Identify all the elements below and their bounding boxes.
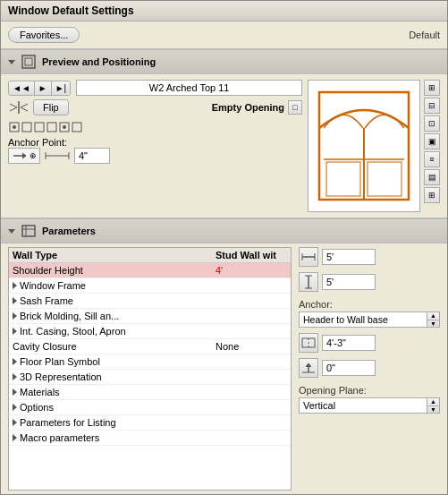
empty-opening-button[interactable]: □ [288,100,302,115]
svg-rect-8 [72,123,81,132]
anchor-pattern-icon [8,119,89,135]
tree-row-options[interactable]: Options [9,400,291,415]
materials-label: Materials [20,387,287,397]
flip-empty-row: Flip Empty Opening □ [8,99,302,115]
shoulder-height-label: Shoulder Height [13,265,216,276]
opening-plane-value[interactable]: Vertical [299,397,427,414]
nav-play-button[interactable]: ► [35,81,52,95]
anchor-spinner-up[interactable]: ▲ [427,312,439,320]
preview-image-group: ⊞ ⊟ ⊡ ▣ ≡ ▤ ⊞ [308,80,440,212]
options-expand-icon[interactable] [13,404,17,411]
anchor-dropdown-wrapper: Header to Wall base ▲ ▼ [299,312,440,328]
favorites-button[interactable]: Favorites... [8,27,80,43]
right-field1-group [299,247,440,267]
window-type-dropdown[interactable]: W2 Arched Top 11 [76,80,302,96]
height-input[interactable] [322,274,376,290]
top-bar: Favorites... Default [1,21,447,49]
parameters-section-header[interactable]: Parameters [1,218,447,243]
window-frame-label: Window Frame [20,280,287,291]
tree-col1-header: Wall Type [13,250,216,260]
empty-opening-group: Empty Opening □ [212,100,302,115]
svg-rect-5 [35,123,44,132]
tree-row-int-casing[interactable]: Int. Casing, Stool, Apron [9,324,291,339]
params-listing-expand-icon[interactable] [13,419,17,426]
default-label: Default [409,30,440,40]
view-icon2[interactable]: ≡ [424,151,440,167]
tree-row-materials[interactable]: Materials [9,385,291,400]
nav-next-button[interactable]: ►| [52,81,71,95]
svg-rect-1 [25,58,32,65]
main-window: Window Default Settings Favorites... Def… [0,0,448,495]
opening-plane-spinner-down[interactable]: ▼ [427,406,439,414]
3d-rep-expand-icon[interactable] [13,373,17,380]
tree-row-brick-molding[interactable]: Brick Molding, Sill an... [9,309,291,324]
cavity-closure-label: Cavity Closure [13,341,216,352]
shoulder-height-value: 4' [216,265,287,276]
width-icon [300,249,317,265]
parameters-section-icon [21,223,37,239]
title-bar: Window Default Settings [1,1,447,21]
opening-plane-spinner[interactable]: ▲ ▼ [427,397,440,414]
window-title: Window Default Settings [8,4,134,17]
anchor-icons-row [8,119,302,135]
svg-rect-21 [22,226,35,236]
brick-molding-expand-icon[interactable] [13,312,17,320]
floor-plan-label: Floor Plan Symbol [20,356,287,367]
preview-triangle-icon [8,60,15,64]
tree-row-3d-rep[interactable]: 3D Representation [9,370,291,385]
fit-icon[interactable]: ⊡ [424,115,440,132]
view-icon4[interactable]: ⊞ [424,187,440,203]
nav-buttons: ◄◄ ► ►| [8,81,71,96]
right-icon3 [299,333,318,353]
tree-row-floor-plan[interactable]: Floor Plan Symbol [9,354,291,370]
height-icon [300,274,317,290]
materials-expand-icon[interactable] [13,388,17,396]
parameters-content: Wall Type Stud Wall wit Shoulder Height … [1,243,447,494]
anchor-dropdown-value[interactable]: Header to Wall base [299,312,427,328]
int-casing-expand-icon[interactable] [13,328,17,335]
svg-rect-6 [47,123,56,132]
anchor-group: Anchor: Header to Wall base ▲ ▼ [299,297,440,328]
view-icon1[interactable]: ▣ [424,133,440,149]
zoom-out-icon[interactable]: ⊟ [424,98,440,114]
dimension-arrow-icon [44,149,71,162]
anchor-spinner-down[interactable]: ▼ [427,320,439,328]
parameters-tree: Wall Type Stud Wall wit Shoulder Height … [8,247,292,491]
right-field2-group [299,272,440,292]
zoom-in-icon[interactable]: ⊞ [424,80,440,96]
anchor-dropdown-spinner[interactable]: ▲ ▼ [427,312,440,328]
int-casing-label: Int. Casing, Stool, Apron [20,326,287,337]
width-input[interactable] [322,249,376,265]
opening-plane-spinner-up[interactable]: ▲ [427,398,439,406]
3d-rep-label: 3D Representation [20,371,287,382]
tree-row-macro-params[interactable]: Macro parameters [9,431,291,446]
preview-left: ◄◄ ► ►| W2 Arched Top 11 Flip [8,80,302,212]
right-field3-group [299,333,440,353]
tree-header: Wall Type Stud Wall wit [9,248,291,263]
preview-section-header[interactable]: Preview and Positioning [1,49,447,74]
svg-rect-0 [22,55,35,68]
tree-row-sash-frame[interactable]: Sash Frame [9,294,291,309]
tree-row-params-listing[interactable]: Parameters for Listing [9,415,291,431]
tree-row-window-frame[interactable]: Window Frame [9,278,291,294]
brick-molding-label: Brick Molding, Sill an... [20,311,287,321]
nav-prev-prev-button[interactable]: ◄◄ [9,81,35,95]
offset-input[interactable] [322,335,376,351]
tree-row-shoulder-height[interactable]: Shoulder Height 4' [9,263,291,278]
view-icon3[interactable]: ▤ [424,169,440,185]
sash-frame-expand-icon[interactable] [13,297,17,304]
tree-row-cavity-closure[interactable]: Cavity Closure None [9,339,291,354]
dimension-input[interactable] [74,148,110,164]
macro-params-expand-icon[interactable] [13,434,17,441]
flip-button[interactable]: Flip [33,99,69,115]
empty-opening-label: Empty Opening [212,102,284,113]
floor-plan-expand-icon[interactable] [13,358,17,365]
preview-container: ◄◄ ► ►| W2 Arched Top 11 Flip [8,80,440,212]
anchor-point-label: Anchor Point: [8,137,67,148]
offset2-input[interactable] [322,360,376,376]
window-frame-expand-icon[interactable] [13,282,17,289]
parameters-triangle-icon [8,229,15,234]
anchor-arrow-icon [12,149,28,162]
dimension-group [44,148,110,164]
anchor-label: Anchor: [299,297,440,312]
